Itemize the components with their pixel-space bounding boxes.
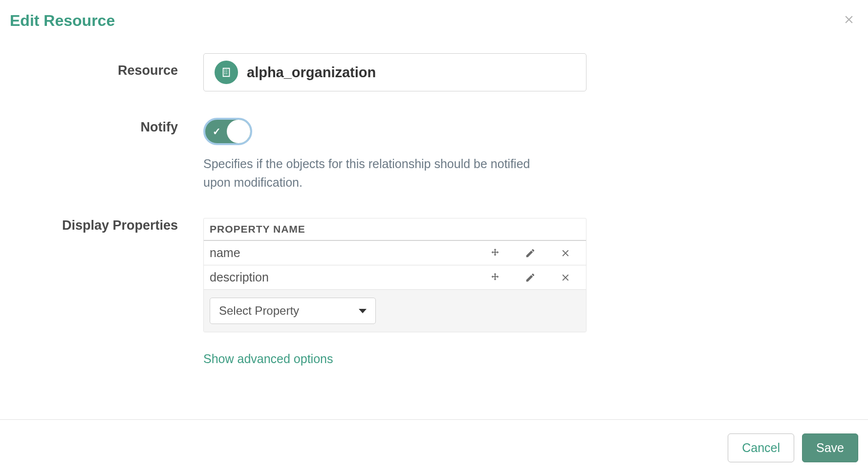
move-icon[interactable] bbox=[489, 247, 501, 259]
dialog-title: Edit Resource bbox=[10, 12, 115, 30]
notify-toggle[interactable]: ✓ bbox=[203, 118, 252, 145]
display-properties-row: Display Properties PROPERTY NAME name bbox=[10, 218, 586, 366]
cancel-button[interactable]: Cancel bbox=[728, 433, 794, 462]
property-actions bbox=[489, 247, 580, 259]
edit-icon[interactable] bbox=[524, 247, 536, 259]
chevron-down-icon bbox=[359, 309, 367, 313]
display-properties-label: Display Properties bbox=[10, 218, 178, 233]
select-property-placeholder: Select Property bbox=[219, 304, 299, 318]
resource-field[interactable]: alpha_organization bbox=[203, 53, 586, 91]
form-container: Resource alpha_organization Notify ✓ Spe… bbox=[0, 39, 596, 381]
close-icon[interactable] bbox=[840, 13, 858, 29]
table-row: description bbox=[204, 265, 586, 290]
resource-value: alpha_organization bbox=[247, 65, 376, 81]
resource-row: Resource alpha_organization bbox=[10, 53, 586, 91]
property-table: PROPERTY NAME name bbox=[203, 218, 586, 332]
save-button[interactable]: Save bbox=[802, 433, 858, 462]
move-icon[interactable] bbox=[489, 272, 501, 283]
dialog-header: Edit Resource bbox=[0, 0, 868, 39]
dialog-footer: Cancel Save bbox=[0, 419, 868, 476]
notify-label: Notify bbox=[10, 118, 178, 135]
property-actions bbox=[489, 272, 580, 283]
check-icon: ✓ bbox=[213, 126, 221, 137]
table-row: name bbox=[204, 241, 586, 265]
select-property-row: Select Property bbox=[204, 290, 586, 332]
select-property-dropdown[interactable]: Select Property bbox=[210, 298, 376, 324]
toggle-knob bbox=[227, 120, 250, 143]
resource-label: Resource bbox=[10, 53, 178, 78]
property-name: description bbox=[210, 270, 269, 284]
property-column-header: PROPERTY NAME bbox=[204, 218, 586, 241]
property-name: name bbox=[210, 246, 240, 260]
delete-icon[interactable] bbox=[560, 247, 571, 259]
notify-help-text: Specifies if the objects for this relati… bbox=[203, 155, 545, 192]
organization-icon bbox=[215, 61, 238, 84]
delete-icon[interactable] bbox=[560, 272, 571, 283]
show-advanced-options-link[interactable]: Show advanced options bbox=[203, 352, 333, 366]
notify-row: Notify ✓ Specifies if the objects for th… bbox=[10, 118, 586, 192]
edit-icon[interactable] bbox=[524, 272, 536, 283]
